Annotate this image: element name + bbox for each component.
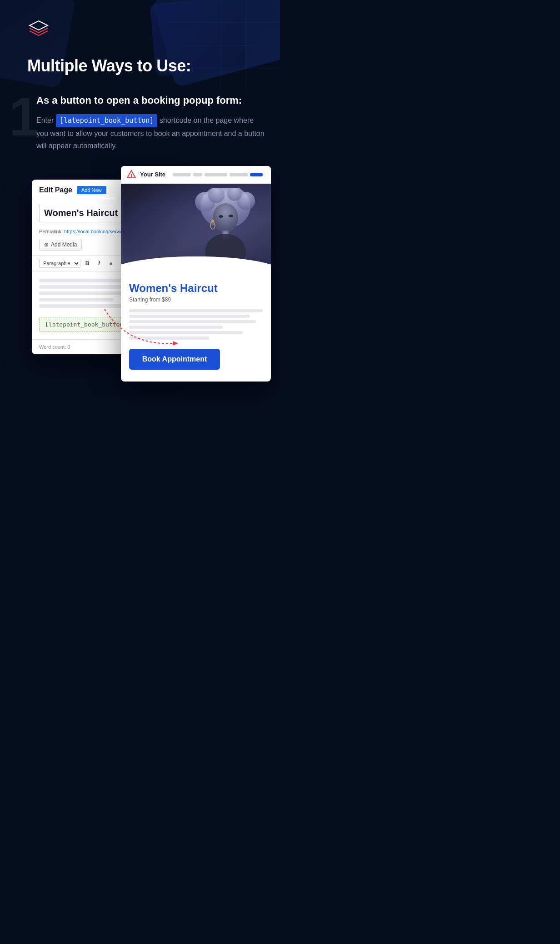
edit-page-title: Edit Page [39, 186, 72, 194]
desc-prefix: Enter [36, 116, 56, 124]
shortcode-inline: [latepoint_book_button] [56, 114, 158, 128]
use-case-content: As a button to open a booking popup form… [36, 94, 266, 430]
nav-pills [173, 173, 263, 176]
service-price: Starting from $89 [129, 296, 263, 303]
permalink-label: Permalink: [39, 229, 63, 234]
svg-marker-5 [30, 21, 48, 30]
service-title: Women's Haircut [129, 282, 263, 295]
ul-btn[interactable]: ≡ [106, 258, 116, 268]
header: Multiple Ways to Use: [0, 0, 280, 89]
svg-point-16 [229, 215, 233, 217]
site-name: Your Site [140, 171, 165, 178]
add-media-label: Add Media [51, 241, 77, 248]
add-media-icon: ⊕ [44, 241, 49, 248]
svg-point-14 [213, 203, 238, 232]
service-content: Women's Haircut Starting from $89 Book A… [121, 275, 271, 382]
content-area: 1 As a button to open a booking popup fo… [0, 89, 280, 466]
site-logo-icon [126, 170, 136, 180]
use-case-number: 1 [9, 89, 40, 144]
use-case-description: Enter [latepoint_book_button] shortcode … [36, 114, 266, 152]
italic-btn[interactable]: I [94, 258, 104, 268]
add-new-button[interactable]: Add New [77, 186, 106, 194]
service-desc-lines [129, 309, 263, 340]
svg-point-15 [219, 215, 223, 218]
section-title: Multiple Ways to Use: [27, 56, 266, 75]
your-site-mockup: Your Site [121, 166, 271, 382]
hero-image [121, 184, 271, 275]
logo [27, 18, 266, 43]
use-case-heading: As a button to open a booking popup form… [36, 94, 266, 108]
mockup-container: Edit Page Add New document.querySelector… [32, 166, 271, 430]
use-case-1: 1 As a button to open a booking popup fo… [14, 94, 266, 430]
browser-bar: Your Site [121, 166, 271, 184]
paragraph-select[interactable]: Paragraph ▾ [39, 259, 80, 268]
nav-pill-active [250, 173, 263, 176]
add-media-button[interactable]: ⊕ Add Media [39, 239, 82, 251]
bold-btn[interactable]: B [82, 258, 92, 268]
book-appointment-button[interactable]: Book Appointment [129, 349, 220, 370]
